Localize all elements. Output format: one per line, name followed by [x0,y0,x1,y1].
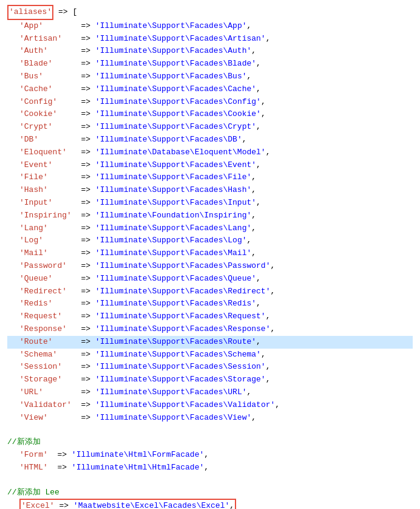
entry-input: 'Input' => 'Illuminate\Support\Facades\I… [7,197,413,210]
entry-eloquent: 'Eloquent' => 'Illuminate\Database\Eloqu… [7,146,413,159]
entry-lang: 'Lang' => 'Illuminate\Support\Facades\La… [7,222,413,235]
entry-excel: 'Excel' => 'Maatwebsite\Excel\Facades\Ex… [7,499,413,509]
entry-schema: 'Schema' => 'Illuminate\Support\Facades\… [7,349,413,361]
comment-added-lee: //新添加 Lee [7,487,413,499]
entry-request: 'Request' => 'Illuminate\Support\Facades… [7,310,413,323]
entry-app: 'App' => 'Illuminate\Support\Facades\App… [7,20,413,33]
comment-added: //新添加 [7,436,413,449]
entry-log: 'Log' => 'Illuminate\Support\Facades\Log… [7,234,413,247]
entry-mail: 'Mail' => 'Illuminate\Support\Facades\Ma… [7,247,413,260]
blank-2 [7,474,413,487]
entry-session: 'Session' => 'Illuminate\Support\Facades… [7,361,413,374]
entry-cache: 'Cache' => 'Illuminate\Support\Facades\C… [7,83,413,96]
aliases-key: 'aliases' [7,5,53,20]
entries-list: 'App' => 'Illuminate\Support\Facades\App… [7,20,413,425]
entry-queue: 'Queue' => 'Illuminate\Support\Facades\Q… [7,273,413,285]
entry-crypt: 'Crypt' => 'Illuminate\Support\Facades\C… [7,121,413,134]
aliases-line: 'aliases' => [ [7,5,413,20]
entry-html: 'HTML' => 'Illuminate\Html\HtmlFacade', [7,462,413,474]
entry-url: 'URL' => 'Illuminate\Support\Facades\URL… [7,386,413,399]
entry-redis: 'Redis' => 'Illuminate\Support\Facades\R… [7,298,413,310]
entry-artisan: 'Artisan' => 'Illuminate\Support\Facades… [7,33,413,46]
entry-route: 'Route' => 'Illuminate\Support\Facades\R… [7,336,413,349]
entry-hash: 'Hash' => 'Illuminate\Support\Facades\Ha… [7,184,413,197]
entry-db: 'DB' => 'Illuminate\Support\Facades\DB', [7,134,413,146]
entry-redirect: 'Redirect' => 'Illuminate\Support\Facade… [7,285,413,298]
entry-bus: 'Bus' => 'Illuminate\Support\Facades\Bus… [7,70,413,83]
blank-1 [7,424,413,436]
entry-inspiring: 'Inspiring' => 'Illuminate\Foundation\In… [7,210,413,222]
entry-event: 'Event' => 'Illuminate\Support\Facades\E… [7,159,413,172]
entry-cookie: 'Cookie' => 'Illuminate\Support\Facades\… [7,108,413,121]
entry-blade: 'Blade' => 'Illuminate\Support\Facades\B… [7,58,413,70]
entry-view: 'View' => 'Illuminate\Support\Facades\Vi… [7,412,413,425]
entry-form: 'Form' => 'Illuminate\Html\FormFacade', [7,449,413,462]
entry-response: 'Response' => 'Illuminate\Support\Facade… [7,323,413,336]
entry-file: 'File' => 'Illuminate\Support\Facades\Fi… [7,171,413,184]
entry-password: 'Password' => 'Illuminate\Support\Facade… [7,260,413,273]
entry-config: 'Config' => 'Illuminate\Support\Facades\… [7,96,413,109]
entry-auth: 'Auth' => 'Illuminate\Support\Facades\Au… [7,45,413,58]
entry-validator: 'Validator' => 'Illuminate\Support\Facad… [7,399,413,412]
entry-storage: 'Storage' => 'Illuminate\Support\Facades… [7,374,413,386]
code-container: 'aliases' => [ 'App' => 'Illuminate\Supp… [0,0,420,509]
